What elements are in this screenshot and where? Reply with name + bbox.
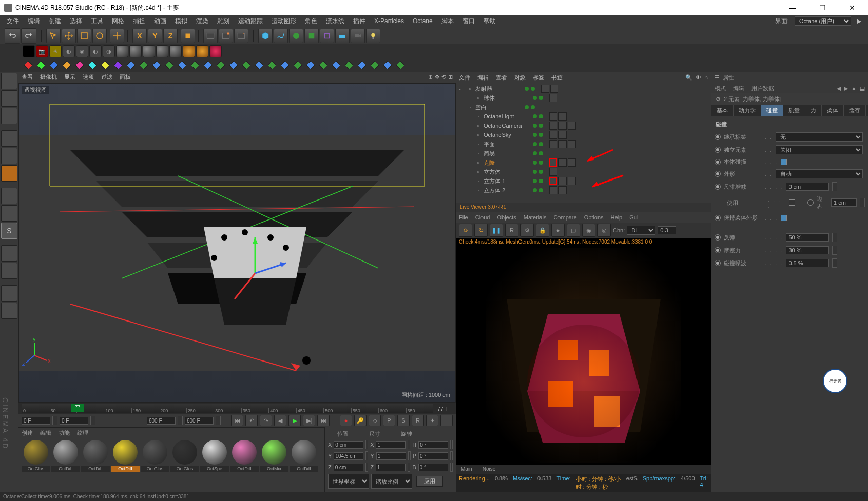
oct-btn-2[interactable]: 📷 — [36, 45, 48, 57]
autokey-button[interactable]: 🔑 — [354, 415, 367, 426]
editable-button[interactable] — [1, 73, 17, 89]
vp-nav-icon2[interactable]: ✥ — [435, 74, 439, 81]
vp-nav-icon3[interactable]: ⟲ — [441, 74, 446, 81]
generator-tool[interactable] — [289, 29, 303, 43]
lv-menu-Options[interactable]: Options — [584, 214, 604, 221]
key-p-button[interactable]: P — [383, 415, 395, 426]
close-button[interactable]: ✕ — [840, 0, 864, 15]
xp-tool-23[interactable] — [318, 59, 329, 71]
lv-r-button[interactable]: R — [505, 224, 518, 237]
object-简易[interactable]: ▫简易 — [457, 149, 710, 158]
play-button[interactable]: ▶ — [288, 415, 301, 426]
poly-mode[interactable] — [1, 165, 17, 182]
record-button[interactable]: ● — [340, 415, 352, 426]
object-OctaneLight[interactable]: ▫OctaneLight — [457, 112, 710, 121]
material-2[interactable]: OctDiff — [81, 440, 110, 472]
oct-mat-1[interactable] — [116, 45, 128, 57]
menu-Octane[interactable]: Octane — [409, 16, 436, 26]
pos-X[interactable] — [334, 441, 363, 449]
vp-menu-摄像机[interactable]: 摄像机 — [40, 73, 57, 81]
menu-渲染[interactable]: 渲染 — [192, 16, 212, 27]
vp-menu-显示[interactable]: 显示 — [64, 73, 75, 81]
xp-tool-20[interactable] — [279, 59, 291, 71]
lv-render-view[interactable] — [456, 246, 711, 465]
next-key-button[interactable]: ↷ — [260, 415, 272, 426]
camera-tool[interactable] — [351, 29, 365, 43]
obj-menu-对象[interactable]: 对象 — [514, 74, 526, 82]
frame-total[interactable] — [185, 417, 214, 425]
lv-menu-Compare[interactable]: Compare — [553, 214, 576, 221]
lv-settings-button[interactable]: ⚙ — [520, 224, 534, 237]
attr-tab-碰撞[interactable]: 碰撞 — [761, 105, 783, 116]
oct-btn-7[interactable]: ◑ — [103, 45, 115, 57]
menu-流水线[interactable]: 流水线 — [322, 16, 348, 27]
layout-select[interactable]: Octane (用户) — [795, 16, 851, 26]
object-OctaneSky[interactable]: ▫OctaneSky — [457, 130, 710, 139]
rot-X[interactable] — [418, 441, 448, 449]
menu-工具[interactable]: 工具 — [87, 16, 107, 27]
menu-角色[interactable]: 角色 — [301, 16, 321, 27]
obj-home-icon[interactable]: ⌂ — [704, 74, 708, 81]
oct-mat-8[interactable] — [209, 45, 222, 57]
material-9[interactable]: OctDiff — [290, 440, 318, 472]
xp-tool-26[interactable] — [356, 59, 368, 71]
minimize-button[interactable]: — — [781, 0, 804, 15]
object-球体[interactable]: ▫球体 — [457, 93, 710, 103]
attr-menu-用户数据[interactable]: 用户数据 — [751, 85, 774, 92]
lv-exposure-input[interactable] — [658, 226, 676, 234]
mat-menu-纹理[interactable]: 纹理 — [77, 429, 88, 437]
lv-pick-button[interactable]: ◉ — [582, 224, 595, 237]
object-立方体[interactable]: ▫立方体 — [457, 167, 710, 176]
cube-primitive[interactable] — [258, 29, 273, 43]
key-r-button[interactable]: R — [412, 415, 424, 426]
coord-scale-select[interactable]: 缩放比例 — [371, 474, 412, 489]
menu-动画[interactable]: 动画 — [150, 16, 170, 27]
oct-btn-4[interactable]: ◐ — [63, 45, 75, 57]
rot-Z[interactable] — [418, 464, 448, 471]
material-4[interactable]: OctGlos — [141, 440, 169, 472]
lv-region-button[interactable]: ▢ — [567, 224, 580, 237]
object-OctaneCamera[interactable]: ▫OctaneCamera — [457, 121, 710, 130]
lv-menu-Materials[interactable]: Materials — [524, 214, 547, 221]
maximize-button[interactable]: ☐ — [811, 0, 834, 15]
material-7[interactable]: OctDiff — [230, 440, 259, 472]
menu-插件[interactable]: 插件 — [350, 16, 369, 27]
object-发射器[interactable]: -▫发射器 — [457, 84, 710, 93]
vp-menu-选项[interactable]: 选项 — [83, 73, 94, 81]
attr-menu-编辑[interactable]: 编辑 — [733, 85, 744, 92]
select-tool[interactable] — [46, 29, 61, 43]
frame-start[interactable] — [22, 417, 50, 425]
pos-Z[interactable] — [334, 464, 363, 471]
xp-tool-3[interactable] — [61, 59, 72, 71]
mat-menu-编辑[interactable]: 编辑 — [40, 429, 51, 437]
xp-tool-16[interactable] — [228, 59, 239, 71]
menu-网格[interactable]: 网格 — [108, 16, 128, 27]
menu-文件[interactable]: 文件 — [3, 16, 23, 27]
x-axis-button[interactable]: X — [132, 29, 147, 43]
attr-tab-柔体[interactable]: 柔体 — [822, 105, 844, 116]
generator2-tool[interactable] — [304, 29, 319, 43]
light-tool[interactable] — [366, 29, 380, 43]
menu-捕捉[interactable]: 捕捉 — [129, 16, 149, 27]
xp-tool-15[interactable] — [215, 59, 226, 71]
lv-sphere-button[interactable]: ● — [551, 224, 565, 237]
xp-tool-17[interactable] — [241, 59, 252, 71]
frame-cur[interactable] — [60, 417, 88, 425]
prev-key-button[interactable]: ↶ — [245, 415, 258, 426]
lv-reload-button[interactable]: ↻ — [474, 224, 488, 237]
object-克隆[interactable]: ▫克隆 — [457, 158, 710, 167]
xp-tool-28[interactable] — [382, 59, 393, 71]
material-1[interactable]: OctDiff — [51, 440, 80, 472]
size-Y[interactable] — [376, 452, 406, 460]
mouse-mode[interactable] — [1, 205, 17, 222]
rotate-tool[interactable] — [92, 29, 107, 43]
oct-btn-5[interactable]: ◉ — [76, 45, 88, 57]
edge-mode[interactable] — [1, 148, 17, 164]
oct-mat-2[interactable] — [129, 45, 142, 57]
lv-menu-Gui[interactable]: Gui — [629, 214, 638, 221]
xp-tool-5[interactable] — [87, 59, 98, 71]
oct-btn-6[interactable]: ◐ — [89, 45, 102, 57]
menu-雕刻[interactable]: 雕刻 — [214, 16, 233, 27]
material-8[interactable]: OctMix — [260, 440, 288, 472]
render-pv-button[interactable] — [219, 29, 233, 43]
